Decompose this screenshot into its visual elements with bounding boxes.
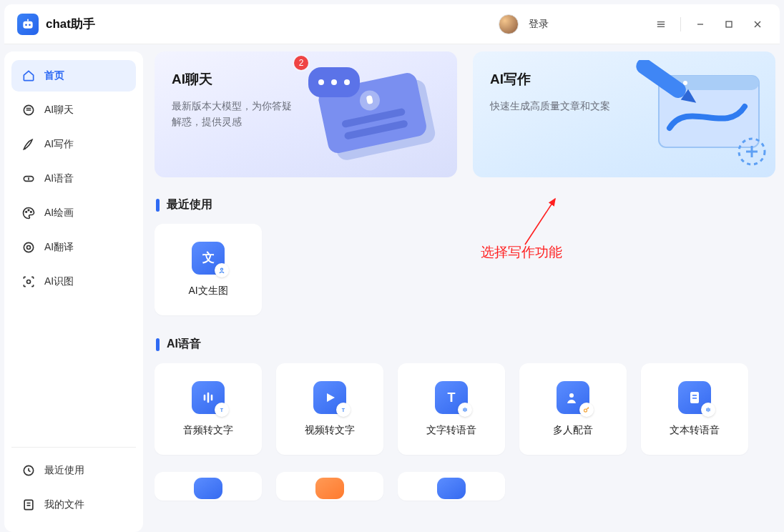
svg-point-16 (26, 212, 27, 213)
card-label: AI文生图 (188, 285, 227, 297)
svg-point-18 (31, 212, 32, 213)
avatar[interactable] (499, 14, 519, 34)
doc-icon (678, 381, 711, 414)
menu-icon[interactable] (652, 15, 670, 34)
translate-icon (21, 240, 36, 255)
write-illustration (619, 60, 770, 167)
card-multivoice[interactable]: 多人配音 (519, 363, 627, 455)
sidebar-item-voice[interactable]: AI语音 (11, 163, 136, 194)
video-icon: T (313, 381, 346, 414)
sidebar-item-recent[interactable]: 最近使用 (11, 455, 136, 486)
card-partial[interactable] (276, 472, 383, 501)
text-t-icon: T (435, 381, 468, 414)
sidebar-item-draw[interactable]: AI绘画 (11, 197, 136, 229)
card-label: 音频转文字 (183, 424, 233, 437)
app-logo (17, 14, 39, 35)
svg-text:T: T (220, 408, 224, 413)
home-icon (21, 69, 36, 83)
file-icon (21, 498, 36, 512)
wave-badge-icon (458, 403, 472, 417)
minimize-icon[interactable] (691, 15, 710, 34)
sidebar-item-vision[interactable]: AI识图 (11, 266, 136, 297)
sidebar-item-label: AI语音 (44, 172, 74, 185)
maximize-icon[interactable] (720, 15, 738, 34)
svg-point-56 (569, 393, 574, 398)
svg-marker-50 (327, 393, 335, 402)
card-text2speech[interactable]: T 文字转语音 (398, 363, 505, 455)
key-badge-icon (579, 403, 594, 417)
notification-badge: 2 (294, 56, 308, 70)
section-heading-voice: AI语音 (156, 337, 775, 352)
svg-point-19 (24, 242, 33, 252)
audio-wave-icon: T (192, 381, 225, 414)
sidebar-item-translate[interactable]: AI翻译 (11, 232, 136, 263)
sidebar-item-label: AI识图 (44, 275, 74, 288)
palette-icon (21, 206, 36, 220)
card-label: 文本转语音 (670, 424, 720, 437)
svg-rect-0 (23, 21, 32, 28)
voice-icon (21, 172, 36, 186)
sidebar-item-label: AI翻译 (44, 241, 74, 254)
app-title: chat助手 (46, 16, 95, 32)
hero-card-chat[interactable]: 2 AI聊天 最新版本大模型，为你答疑解惑，提供灵感 (155, 51, 457, 177)
svg-point-2 (29, 24, 31, 26)
svg-rect-8 (726, 21, 732, 27)
svg-text:T: T (448, 390, 456, 405)
chat-illustration (301, 60, 451, 167)
sidebar-item-label: AI聊天 (44, 104, 74, 117)
svg-rect-59 (692, 395, 697, 396)
sidebar: 首页 AI聊天 AI写作 AI语音 AI绘画 AI翻译 AI识图 (4, 51, 143, 532)
card-label: 视频转文字 (305, 424, 355, 437)
partial-icon (194, 478, 222, 499)
svg-rect-60 (692, 398, 697, 399)
partial-icon (315, 478, 344, 499)
sidebar-item-home[interactable]: 首页 (11, 60, 136, 92)
svg-point-21 (27, 280, 31, 284)
main-content: 2 AI聊天 最新版本大模型，为你答疑解惑，提供灵感 (155, 51, 780, 532)
card-ai-text2img[interactable]: 文 AI文生图 (155, 224, 262, 315)
svg-point-45 (221, 268, 223, 270)
svg-point-1 (25, 24, 27, 26)
svg-rect-3 (27, 19, 29, 21)
login-link[interactable]: 登录 (529, 18, 549, 31)
card-partial[interactable] (398, 472, 505, 501)
hero-desc: 快速生成高质量文章和文案 (490, 99, 619, 114)
card-label: 多人配音 (553, 424, 593, 437)
sidebar-item-label: AI写作 (44, 138, 74, 151)
svg-point-20 (27, 246, 31, 250)
sidebar-item-files[interactable]: 我的文件 (11, 489, 136, 521)
chat-icon (21, 103, 36, 117)
text-badge-icon: T (215, 403, 229, 417)
card-video2text[interactable]: T 视频转文字 (276, 363, 383, 455)
history-icon (21, 463, 36, 478)
card-tts[interactable]: 文本转语音 (641, 363, 748, 455)
card-audio2text[interactable]: T 音频转文字 (155, 363, 262, 455)
hero-card-write[interactable]: AI写作 快速生成高质量文章和文案 (473, 51, 775, 177)
svg-point-40 (683, 81, 687, 85)
partial-icon (437, 478, 466, 499)
svg-point-17 (28, 210, 29, 211)
svg-point-33 (318, 79, 324, 85)
sidebar-item-chat[interactable]: AI聊天 (11, 94, 136, 126)
text2img-icon: 文 (192, 242, 225, 275)
sidebar-item-label: 首页 (44, 69, 64, 82)
card-partial[interactable] (155, 472, 262, 501)
people-icon (557, 381, 589, 414)
sidebar-item-write[interactable]: AI写作 (11, 129, 136, 160)
svg-point-57 (584, 409, 587, 412)
sidebar-item-label: AI绘画 (44, 207, 74, 220)
svg-text:文: 文 (202, 250, 215, 265)
scan-icon (21, 275, 36, 289)
pen-icon (21, 137, 36, 152)
close-icon[interactable] (748, 15, 767, 34)
svg-point-34 (331, 79, 337, 85)
text-badge-icon: T (336, 403, 351, 417)
sidebar-item-label: 我的文件 (44, 498, 84, 511)
svg-text:T: T (342, 408, 346, 413)
wave-badge-icon (701, 403, 715, 417)
svg-point-35 (344, 79, 350, 85)
section-heading-recent: 最近使用 (156, 197, 775, 212)
titlebar: chat助手 登录 (4, 4, 780, 44)
hero-desc: 最新版本大模型，为你答疑解惑，提供灵感 (172, 99, 300, 129)
sidebar-item-label: 最近使用 (44, 464, 84, 477)
